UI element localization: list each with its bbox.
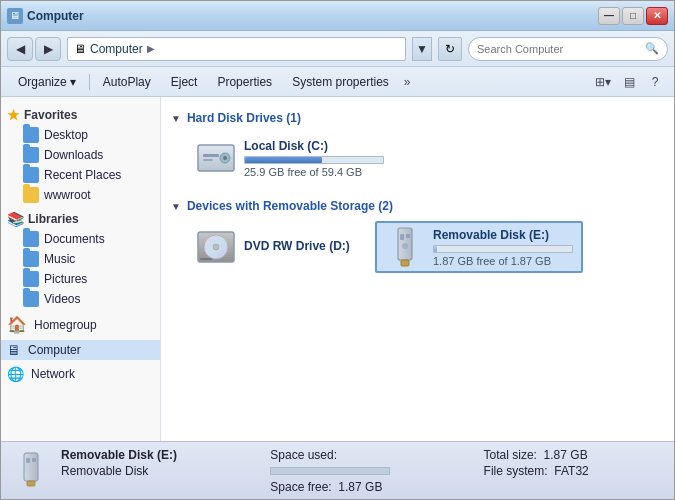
sidebar-item-music-label: Music — [44, 252, 75, 266]
toolbar-separator-1 — [89, 74, 90, 90]
help-button[interactable]: ? — [644, 72, 666, 92]
sidebar-item-videos-label: Videos — [44, 292, 80, 306]
address-dropdown-button[interactable]: ▼ — [412, 37, 432, 61]
back-button[interactable]: ◀ — [7, 37, 33, 61]
pictures-icon — [23, 271, 39, 287]
toolbar: Organize ▾ AutoPlay Eject Properties Sys… — [1, 67, 674, 97]
sidebar-item-documents-label: Documents — [44, 232, 105, 246]
sidebar: ★ Favorites Desktop Downloads Recent Pla… — [1, 97, 161, 441]
svg-point-7 — [213, 244, 219, 250]
sidebar-item-desktop-label: Desktop — [44, 128, 88, 142]
eject-button[interactable]: Eject — [162, 71, 207, 93]
svg-rect-10 — [401, 260, 409, 266]
status-space-used-bar — [270, 467, 390, 475]
preview-pane-button[interactable]: ▤ — [618, 72, 640, 92]
status-space-free-value: 1.87 GB — [338, 480, 382, 494]
window-title: Computer — [27, 9, 84, 23]
window-controls: — □ ✕ — [598, 7, 668, 25]
organize-chevron-icon: ▾ — [70, 75, 76, 89]
autoplay-button[interactable]: AutoPlay — [94, 71, 160, 93]
search-input[interactable] — [477, 43, 641, 55]
hdd-collapse-icon[interactable]: ▼ — [171, 113, 181, 124]
close-button[interactable]: ✕ — [646, 7, 668, 25]
main-window: 🖥 Computer — □ ✕ ◀ ▶ 🖥 Computer ▶ ▼ ↻ 🔍 … — [0, 0, 675, 500]
breadcrumb-arrow-icon: ▶ — [147, 43, 155, 54]
hdd-drives-grid: Local Disk (C:) 25.9 GB free of 59.4 GB — [187, 133, 664, 183]
organize-button[interactable]: Organize ▾ — [9, 71, 85, 93]
sidebar-item-pictures-label: Pictures — [44, 272, 87, 286]
refresh-button[interactable]: ↻ — [438, 37, 462, 61]
favorites-star-icon: ★ — [7, 107, 20, 123]
svg-rect-11 — [400, 234, 404, 240]
removable-disk-e-icon — [385, 227, 425, 267]
address-bar: ◀ ▶ 🖥 Computer ▶ ▼ ↻ 🔍 — [1, 31, 674, 67]
documents-icon — [23, 231, 39, 247]
breadcrumb-bar[interactable]: 🖥 Computer ▶ — [67, 37, 406, 61]
wwwroot-icon — [23, 187, 39, 203]
nav-buttons: ◀ ▶ — [7, 37, 61, 61]
sidebar-item-network[interactable]: 🌐 Network — [1, 364, 160, 384]
status-drive-type: Removable Disk — [61, 464, 250, 478]
favorites-header[interactable]: ★ Favorites — [1, 105, 160, 125]
libraries-label: Libraries — [28, 212, 79, 226]
toolbar-more-button[interactable]: » — [400, 75, 415, 89]
status-total-size: Total size: 1.87 GB — [484, 448, 662, 462]
system-properties-button[interactable]: System properties — [283, 71, 398, 93]
search-box[interactable]: 🔍 — [468, 37, 668, 61]
dvd-drive-d-icon — [196, 227, 236, 267]
sidebar-item-desktop[interactable]: Desktop — [1, 125, 160, 145]
local-disk-c-progress-bg — [244, 156, 384, 164]
sidebar-item-documents[interactable]: Documents — [1, 229, 160, 249]
search-icon[interactable]: 🔍 — [645, 42, 659, 55]
removable-section-header: ▼ Devices with Removable Storage (2) — [171, 199, 664, 213]
sidebar-item-pictures[interactable]: Pictures — [1, 269, 160, 289]
status-space-free-label: Space free: 1.87 GB — [270, 480, 463, 494]
local-disk-c-item[interactable]: Local Disk (C:) 25.9 GB free of 59.4 GB — [187, 133, 393, 183]
forward-button[interactable]: ▶ — [35, 37, 61, 61]
sidebar-item-music[interactable]: Music — [1, 249, 160, 269]
svg-rect-17 — [32, 458, 36, 462]
local-disk-c-info: Local Disk (C:) 25.9 GB free of 59.4 GB — [244, 139, 384, 178]
svg-rect-4 — [203, 159, 213, 161]
libraries-section: 📚 Libraries Documents Music Pictures — [1, 209, 160, 309]
computer-sidebar-icon: 🖥 — [7, 342, 21, 358]
removable-disk-e-progress-bg — [433, 245, 573, 253]
maximize-button[interactable]: □ — [622, 7, 644, 25]
status-filesystem: File system: FAT32 — [484, 464, 662, 478]
content-pane: ▼ Hard Disk Drives (1) — [161, 97, 674, 441]
sidebar-item-downloads-label: Downloads — [44, 148, 103, 162]
libraries-icon: 📚 — [7, 211, 24, 227]
sidebar-item-wwwroot[interactable]: wwwroot — [1, 185, 160, 205]
svg-rect-14 — [24, 453, 38, 481]
sidebar-item-homegroup[interactable]: 🏠 Homegroup — [1, 313, 160, 336]
sidebar-item-videos[interactable]: Videos — [1, 289, 160, 309]
sidebar-item-recent-places-label: Recent Places — [44, 168, 121, 182]
dvd-drive-d-name: DVD RW Drive (D:) — [244, 239, 358, 253]
status-drive-name: Removable Disk (E:) — [61, 448, 250, 462]
properties-button[interactable]: Properties — [208, 71, 281, 93]
sidebar-item-computer[interactable]: 🖥 Computer — [1, 340, 160, 360]
sidebar-item-downloads[interactable]: Downloads — [1, 145, 160, 165]
homegroup-section: 🏠 Homegroup — [1, 313, 160, 336]
sidebar-item-recent-places[interactable]: Recent Places — [1, 165, 160, 185]
sidebar-item-wwwroot-label: wwwroot — [44, 188, 91, 202]
desktop-icon — [23, 127, 39, 143]
music-icon — [23, 251, 39, 267]
sidebar-item-network-label: Network — [31, 367, 75, 381]
removable-collapse-icon[interactable]: ▼ — [171, 201, 181, 212]
recent-places-icon — [23, 167, 39, 183]
minimize-button[interactable]: — — [598, 7, 620, 25]
status-bar: Removable Disk (E:) Space used: Total si… — [1, 441, 674, 499]
svg-rect-12 — [406, 234, 410, 238]
local-disk-c-icon — [196, 138, 236, 178]
title-bar: 🖥 Computer — □ ✕ — [1, 1, 674, 31]
svg-rect-3 — [203, 154, 219, 157]
libraries-header[interactable]: 📚 Libraries — [1, 209, 160, 229]
title-bar-left: 🖥 Computer — [7, 8, 84, 24]
hdd-section-header: ▼ Hard Disk Drives (1) — [171, 111, 664, 125]
dvd-drive-d-item[interactable]: DVD RW Drive (D:) — [187, 221, 367, 273]
removable-disk-e-progress-fill — [434, 246, 437, 252]
removable-disk-e-item[interactable]: Removable Disk (E:) 1.87 GB free of 1.87… — [375, 221, 583, 273]
change-view-button[interactable]: ⊞▾ — [592, 72, 614, 92]
removable-drives-grid: DVD RW Drive (D:) — [187, 221, 664, 273]
